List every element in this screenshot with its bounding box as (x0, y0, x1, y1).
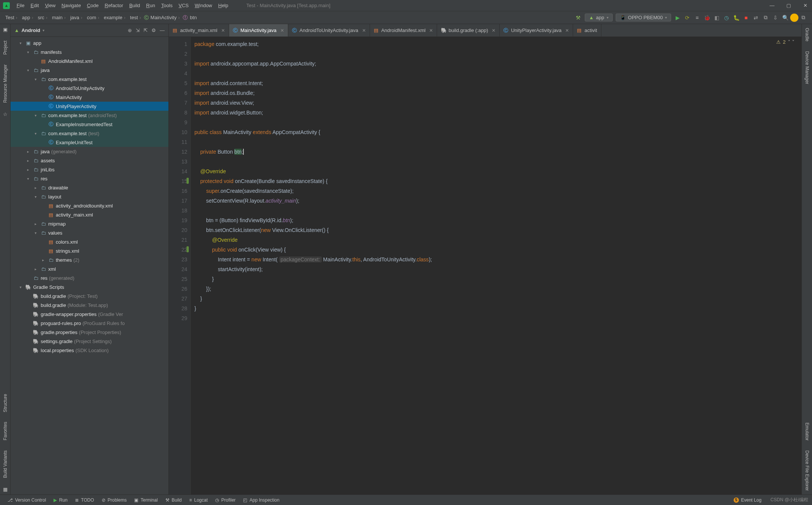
strip-device-file-explorer[interactable]: Device File Explorer (804, 449, 810, 492)
strip-build-variants[interactable]: Build Variants (3, 449, 8, 479)
line-number-gutter[interactable]: 1234567891011121314151617181920212223242… (169, 37, 191, 494)
status-event-log[interactable]: 5Event Log (730, 497, 765, 503)
locate-icon[interactable]: ⊕ (128, 27, 132, 33)
menu-vcs[interactable]: VCS (176, 3, 192, 8)
breadcrumb[interactable]: src (36, 15, 50, 20)
tree-item-jnilibs[interactable]: ▸🗀jniLibs (11, 165, 168, 174)
apply-changes-icon[interactable]: ⟳ (684, 14, 691, 21)
device-selector[interactable]: 📱 OPPO PBEM00 ▾ (616, 14, 671, 21)
hide-icon[interactable]: — (160, 27, 165, 33)
tab-build-gradle[interactable]: 🐘build.gradle (:app)✕ (437, 24, 500, 37)
tree-item-cls-unit[interactable]: ⒸExampleUnitTest (11, 138, 168, 147)
settings-icon[interactable]: ⚙ (151, 27, 156, 33)
tree-item-pkg-test[interactable]: ▾🗀com.example.test(test) (11, 129, 168, 138)
strip-favorites[interactable]: Favorites (3, 420, 8, 442)
menu-build[interactable]: Build (126, 3, 143, 8)
tree-item-pkg-androidtest[interactable]: ▾🗀com.example.test(androidTest) (11, 111, 168, 120)
breadcrumb[interactable]: app (20, 15, 36, 20)
menu-window[interactable]: Window (192, 3, 215, 8)
strip-resource-manager[interactable]: Resource Manager (3, 63, 8, 104)
tree-item-cls-main[interactable]: ⒸMainActivity (11, 93, 168, 102)
tree-item-layout-f1[interactable]: ▤activity_androidtounity.xml (11, 201, 168, 210)
status-build[interactable]: ⚒Build (162, 497, 186, 503)
editor-body[interactable]: 1234567891011121314151617181920212223242… (169, 37, 801, 494)
strip-project[interactable]: Project (3, 39, 8, 56)
close-icon[interactable]: ✕ (280, 28, 284, 33)
tab-unityplayer[interactable]: ⒸUnityPlayerActivity.java✕ (500, 24, 573, 37)
tree-item-values[interactable]: ▾🗀values (11, 228, 168, 237)
project-tree[interactable]: ▾▣app ▾🗀manifests ▤AndroidManifest.xml ▾… (11, 37, 168, 494)
close-icon[interactable]: ✕ (565, 28, 569, 33)
tab-overflow[interactable]: ▤activit (573, 24, 601, 37)
collapse-icon[interactable]: ⇱ (144, 27, 148, 33)
bookmark-icon[interactable]: ☆ (2, 111, 8, 117)
status-problems[interactable]: ⊘Problems (98, 497, 131, 503)
maximize-button[interactable]: ▢ (785, 3, 792, 8)
menu-code[interactable]: Code (84, 3, 102, 8)
tree-item-xml[interactable]: ▸🗀xml (11, 264, 168, 273)
avatar[interactable] (790, 14, 798, 22)
close-icon[interactable]: ✕ (221, 28, 225, 33)
code-editor[interactable]: package com.example.test;import androidx… (191, 37, 801, 494)
breadcrumb[interactable]: java (69, 15, 85, 20)
tab-activity-main-xml[interactable]: ▤activity_main.xml✕ (169, 24, 229, 37)
minimize-button[interactable]: — (768, 3, 776, 8)
sync-gradle-icon[interactable]: ⇄ (752, 14, 759, 21)
tree-item-bg-module[interactable]: 🐘build.gradle(Module: Test.app) (11, 301, 168, 310)
tree-item-java[interactable]: ▾🗀java (11, 66, 168, 75)
tree-item-bg-project[interactable]: 🐘build.gradle(Project: Test) (11, 291, 168, 301)
tree-item-layout-f2[interactable]: ▤activity_main.xml (11, 210, 168, 219)
tree-item-cls-upa[interactable]: ⒸUnityPlayerActivity (11, 102, 168, 111)
device-manager-icon[interactable]: ⧉ (762, 14, 769, 21)
menu-run[interactable]: Run (143, 3, 158, 8)
build-hammer-icon[interactable]: ⚒ (575, 14, 582, 21)
status-terminal[interactable]: ▣Terminal (130, 497, 161, 503)
menu-edit[interactable]: Edit (28, 3, 42, 8)
debug-button[interactable]: 🐞 (703, 14, 710, 21)
menu-help[interactable]: Help (215, 3, 231, 8)
next-warning-icon[interactable]: ˅ (792, 39, 795, 45)
breadcrumb[interactable]: example (102, 15, 128, 20)
menu-tools[interactable]: Tools (158, 3, 176, 8)
coverage-icon[interactable]: ◧ (713, 14, 720, 21)
tree-item-cls-instr[interactable]: ⒸExampleInstrumentedTest (11, 120, 168, 129)
tree-item-mipmap[interactable]: ▸🗀mipmap (11, 219, 168, 228)
tree-item-pg-rules[interactable]: 🐘proguard-rules.pro(ProGuard Rules fo (11, 319, 168, 328)
collapse-icon[interactable]: ▦ (2, 486, 8, 492)
attach-debugger-icon[interactable]: 🐛 (733, 14, 740, 21)
tree-item-manifest-file[interactable]: ▤AndroidManifest.xml (11, 56, 168, 66)
menu-file[interactable]: File (14, 3, 28, 8)
status-version-control[interactable]: ⎇Version Control (4, 497, 50, 503)
tree-item-app[interactable]: ▾▣app (11, 38, 168, 47)
project-view-mode[interactable]: Android (21, 27, 40, 33)
tree-item-drawable[interactable]: ▸🗀drawable (11, 183, 168, 192)
strip-gradle[interactable]: Gradle (804, 26, 810, 43)
tab-main-activity[interactable]: ⒸMainActivity.java✕ (229, 24, 288, 37)
tree-item-manifests[interactable]: ▾🗀manifests (11, 47, 168, 56)
close-icon[interactable]: ✕ (362, 28, 366, 33)
menu-refactor[interactable]: Refactor (102, 3, 126, 8)
tree-item-local[interactable]: 🐘local.properties(SDK Location) (11, 346, 168, 355)
inspection-badge[interactable]: ⚠ 2 ˄˅ (776, 39, 795, 45)
search-icon[interactable]: 🔍 (782, 14, 789, 21)
tree-item-pkg-main[interactable]: ▾🗀com.example.test (11, 75, 168, 84)
close-icon[interactable]: ✕ (492, 28, 495, 33)
tree-item-assets[interactable]: ▸🗀assets (11, 156, 168, 165)
tree-item-java-gen[interactable]: ▸🗀java(generated) (11, 147, 168, 156)
run-config-selector[interactable]: ▲ app ▾ (585, 14, 613, 21)
prev-warning-icon[interactable]: ˄ (788, 39, 791, 45)
apply-code-icon[interactable]: ≡ (694, 14, 700, 21)
close-icon[interactable]: ✕ (429, 28, 433, 33)
tree-item-settings[interactable]: 🐘settings.gradle(Project Settings) (11, 337, 168, 346)
breadcrumb[interactable]: main (50, 15, 69, 20)
breadcrumb[interactable]: Test (4, 15, 20, 20)
profiler-icon[interactable]: ◷ (723, 14, 730, 21)
close-button[interactable]: ✕ (801, 3, 809, 8)
tree-item-layout[interactable]: ▾🗀layout (11, 192, 168, 201)
tree-item-res-gen[interactable]: 🗀res(generated) (11, 273, 168, 282)
stop-button[interactable]: ■ (743, 14, 749, 21)
project-icon[interactable]: ▣ (2, 26, 8, 32)
chevron-down-icon[interactable]: ▾ (43, 28, 44, 32)
breadcrumb[interactable]: test (128, 15, 144, 20)
account-menu-icon[interactable]: ⧉ (800, 14, 807, 21)
